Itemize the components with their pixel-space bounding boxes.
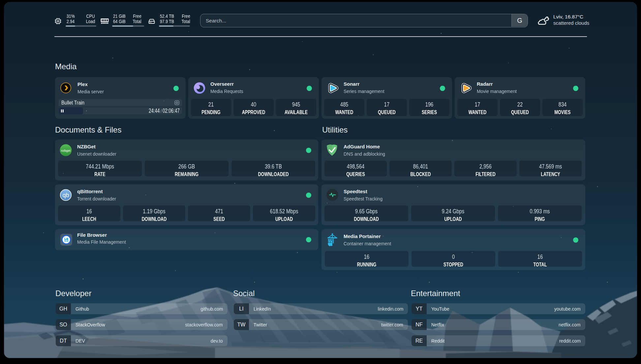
svg-text:qb: qb bbox=[62, 192, 69, 198]
svg-text:nzbget: nzbget bbox=[61, 149, 71, 152]
